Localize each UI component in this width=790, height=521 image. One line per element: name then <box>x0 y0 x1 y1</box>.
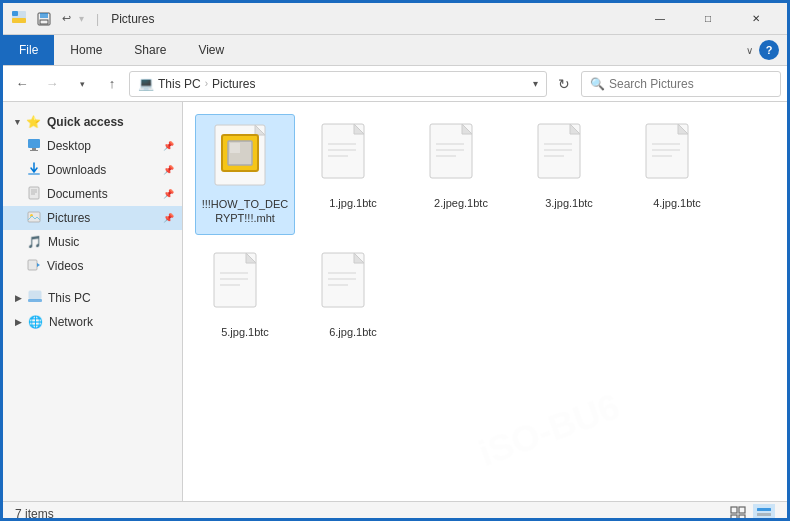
ribbon-tabs: File Home Share View ∨ ? <box>3 35 787 65</box>
tab-share[interactable]: Share <box>118 35 182 65</box>
view-grid-button[interactable] <box>727 504 749 522</box>
path-this-pc[interactable]: This PC <box>158 77 201 91</box>
file-item-1[interactable]: 1.jpg.1btc <box>303 114 403 235</box>
sidebar-label-documents: Documents <box>47 187 108 201</box>
save-qs-btn[interactable] <box>35 10 53 28</box>
recent-locations-button[interactable]: ▾ <box>69 71 95 97</box>
status-bar: 7 items <box>3 501 787 521</box>
refresh-button[interactable]: ↻ <box>551 71 577 97</box>
file-2-icon <box>426 122 496 192</box>
svg-rect-4 <box>40 13 48 18</box>
svg-rect-69 <box>757 518 771 521</box>
file-3-icon <box>534 122 604 192</box>
network-icon: 🌐 <box>28 315 43 329</box>
sidebar-item-downloads[interactable]: Downloads 📌 <box>3 158 182 182</box>
tab-file[interactable]: File <box>3 35 54 65</box>
back-button[interactable]: ← <box>9 71 35 97</box>
this-pc-icon <box>28 290 42 307</box>
svg-rect-63 <box>731 507 737 513</box>
file-item-4[interactable]: 4.jpg.1btc <box>627 114 727 235</box>
svg-rect-64 <box>739 507 745 513</box>
svg-rect-9 <box>28 173 40 175</box>
close-button[interactable]: ✕ <box>733 3 779 35</box>
sidebar-label-pictures: Pictures <box>47 211 90 225</box>
tab-home[interactable]: Home <box>54 35 118 65</box>
file-1-name: 1.jpg.1btc <box>329 196 377 210</box>
sidebar-label-network: Network <box>49 315 93 329</box>
svg-rect-14 <box>28 212 40 222</box>
undo-qs-btn[interactable]: ↩ <box>57 10 75 28</box>
sidebar: ▾ ⭐ Quick access Desktop 📌 Downloads 📌 D… <box>3 102 183 501</box>
documents-icon <box>27 186 41 203</box>
ribbon-collapse-chevron[interactable]: ∨ <box>746 45 753 56</box>
watermark: iSO-BU6 <box>467 330 786 501</box>
quick-access-icon: ⭐ <box>26 115 41 129</box>
file-3-name: 3.jpg.1btc <box>545 196 593 210</box>
search-box[interactable]: 🔍 <box>581 71 781 97</box>
forward-button[interactable]: → <box>39 71 65 97</box>
svg-text:iSO-BU6: iSO-BU6 <box>473 385 624 473</box>
window-title: Pictures <box>111 12 154 26</box>
quick-access-expand: ▾ <box>15 117 20 127</box>
path-pc-icon: 💻 <box>138 76 154 91</box>
status-right <box>727 504 775 522</box>
minimize-button[interactable]: — <box>637 3 683 35</box>
file-4-name: 4.jpg.1btc <box>653 196 701 210</box>
sidebar-item-music[interactable]: 🎵 Music <box>3 230 182 254</box>
sidebar-label-this-pc: This PC <box>48 291 91 305</box>
svg-rect-16 <box>28 260 37 270</box>
videos-icon <box>27 258 41 275</box>
svg-rect-68 <box>757 513 771 516</box>
address-path[interactable]: 💻 This PC › Pictures ▾ <box>129 71 547 97</box>
search-icon: 🔍 <box>590 77 605 91</box>
svg-rect-18 <box>29 291 41 299</box>
pictures-pin: 📌 <box>163 213 174 223</box>
svg-rect-6 <box>28 139 40 148</box>
svg-rect-5 <box>40 20 48 24</box>
sidebar-item-documents[interactable]: Documents 📌 <box>3 182 182 206</box>
music-icon: 🎵 <box>27 235 42 249</box>
path-pictures[interactable]: Pictures <box>212 77 255 91</box>
up-button[interactable]: ↑ <box>99 71 125 97</box>
help-button[interactable]: ? <box>759 40 779 60</box>
sidebar-label-music: Music <box>48 235 79 249</box>
documents-pin: 📌 <box>163 189 174 199</box>
desktop-pin: 📌 <box>163 141 174 151</box>
pictures-icon <box>27 210 41 227</box>
title-bar-left: ↩ ▾ | Pictures <box>11 9 637 28</box>
file-item-ransom[interactable]: !!!HOW_TO_DECRYPT!!!.mht <box>195 114 295 235</box>
sidebar-item-videos[interactable]: Videos <box>3 254 182 278</box>
downloads-icon <box>27 162 41 179</box>
desktop-icon <box>27 138 41 155</box>
file-item-2[interactable]: 2.jpeg.1btc <box>411 114 511 235</box>
item-count: 7 items <box>15 507 54 521</box>
sidebar-label-downloads: Downloads <box>47 163 106 177</box>
svg-rect-8 <box>30 150 38 151</box>
file-1-icon <box>318 122 388 192</box>
sidebar-item-network[interactable]: ▶ 🌐 Network <box>3 310 182 334</box>
file-item-3[interactable]: 3.jpg.1btc <box>519 114 619 235</box>
sidebar-item-quick-access[interactable]: ▾ ⭐ Quick access <box>3 110 182 134</box>
sidebar-item-pictures[interactable]: Pictures 📌 <box>3 206 182 230</box>
search-input[interactable] <box>609 77 772 91</box>
sidebar-label-videos: Videos <box>47 259 83 273</box>
svg-rect-67 <box>757 508 771 511</box>
file-item-6[interactable]: 6.jpg.1btc <box>303 243 403 347</box>
sidebar-item-this-pc[interactable]: ▶ This PC <box>3 286 182 310</box>
path-sep-1: › <box>205 78 208 89</box>
ransom-file-name: !!!HOW_TO_DECRYPT!!!.mht <box>200 197 290 226</box>
main-layout: ▾ ⭐ Quick access Desktop 📌 Downloads 📌 D… <box>3 102 787 501</box>
maximize-button[interactable]: □ <box>685 3 731 35</box>
window-controls: — □ ✕ <box>637 3 779 35</box>
quick-access-toolbar: ↩ ▾ <box>11 9 84 28</box>
ribbon: File Home Share View ∨ ? <box>3 35 787 66</box>
path-dropdown[interactable]: ▾ <box>533 78 538 89</box>
svg-rect-25 <box>230 143 240 153</box>
expand-this-pc: ▶ <box>15 293 22 303</box>
file-item-5[interactable]: 5.jpg.1btc <box>195 243 295 347</box>
tab-view[interactable]: View <box>182 35 240 65</box>
svg-rect-65 <box>731 515 737 521</box>
sidebar-label-quick-access: Quick access <box>47 115 124 129</box>
view-details-button[interactable] <box>753 504 775 522</box>
sidebar-item-desktop[interactable]: Desktop 📌 <box>3 134 182 158</box>
